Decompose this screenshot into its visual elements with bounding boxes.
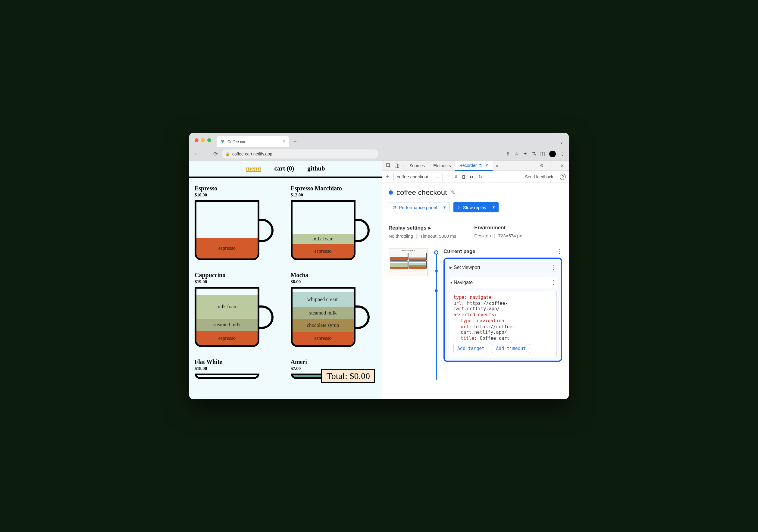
lock-icon: 🔒 — [225, 152, 230, 156]
more-tabs-icon[interactable]: » — [493, 161, 501, 170]
browser-tab[interactable]: Coffee cart × — [217, 136, 289, 147]
recorder-toolbar: ＋ coffee checkout ⌄ ⇧ ⇩ 🗑 ⏭ ↻ Send feedb… — [382, 171, 569, 183]
browser-window: Coffee cart × + ⌄ ← → ⟳ 🔒 coffee-cart.ne… — [189, 133, 569, 399]
labs-icon[interactable]: ⚗ — [532, 150, 536, 157]
product-price: $19.00 — [195, 279, 281, 284]
step-card-active: ▶ Set viewport ⋮ ▼ Navigate ⋮ — [443, 257, 562, 362]
layer-espresso: espresso — [293, 244, 354, 258]
send-feedback-link[interactable]: Send feedback — [525, 175, 553, 179]
layer-espresso: espresso — [196, 331, 258, 345]
export-icon[interactable]: ⇧ — [446, 174, 450, 180]
layer-espresso: espresso — [293, 332, 354, 345]
product-price: $18.00 — [195, 366, 281, 371]
layer-steamed-milk: steamed milk — [196, 319, 258, 331]
close-icon[interactable]: ✕ — [558, 161, 567, 170]
product-price: $8.00 — [291, 279, 377, 284]
new-tab-button[interactable]: + — [291, 138, 299, 146]
chevron-right-icon: ▶ — [450, 265, 454, 270]
reload-button[interactable]: ⟳ — [212, 150, 219, 157]
step-details[interactable]: type: navigate url: https://coffee-cart.… — [449, 290, 557, 357]
recording-title-row: coffee checkout ✎ — [389, 188, 562, 197]
step-label: Current page — [443, 249, 475, 254]
steps-region: menu cart github — [389, 244, 562, 362]
add-target-button[interactable]: Add target — [453, 344, 488, 353]
cup-handle-icon — [355, 219, 370, 242]
chevron-down-icon[interactable]: ▾ — [490, 205, 495, 210]
profile-avatar-icon[interactable] — [549, 150, 556, 157]
env-viewport: 723×574 px — [498, 233, 522, 238]
tab-recorder[interactable]: Recorder ⚗ ✕ — [455, 161, 493, 171]
replay-settings[interactable]: Replay settings▸ No throttling | Timeout… — [389, 225, 456, 239]
timeline-node-icon — [435, 270, 438, 273]
product-card[interactable]: Cappuccino $19.00 espresso steamed milk … — [195, 272, 281, 350]
step-menu-icon[interactable]: ⋮ — [557, 248, 562, 255]
url-text: coffee-cart.netlify.app — [232, 151, 272, 156]
step-icon[interactable]: ⏭ — [470, 174, 475, 180]
chevron-down-icon[interactable]: ▾ — [441, 205, 446, 210]
tab-close-icon[interactable]: ✕ — [484, 163, 488, 168]
labs-icon: ⚗ — [478, 163, 482, 168]
recording-select[interactable]: coffee checkout ⌄ — [394, 173, 443, 181]
nav-link-cart[interactable]: cart (0) — [274, 165, 294, 172]
env-device: Desktop — [474, 233, 491, 238]
product-card[interactable]: Espresso Macchiato $12.00 espresso milk … — [291, 185, 377, 263]
cup-handle-icon — [258, 306, 274, 329]
perf-label: Performance panel — [399, 205, 437, 210]
close-window-icon[interactable] — [195, 138, 198, 142]
product-card[interactable]: Flat White $18.00 — [195, 358, 281, 379]
tabs-overflow-icon[interactable]: ⌄ — [560, 139, 563, 145]
new-recording-icon[interactable]: ＋ — [385, 174, 390, 180]
nav-link-github[interactable]: github — [307, 165, 325, 172]
recorder-body: coffee checkout ✎ ◔ Performance panel ▾ … — [382, 183, 569, 399]
gear-icon[interactable]: ⚙ — [537, 161, 546, 170]
content-split: menu cart (0) github Espresso $10.00 esp… — [189, 161, 569, 399]
step-thumbnail: menu cart github — [389, 249, 428, 362]
performance-panel-button[interactable]: ◔ Performance panel ▾ — [389, 202, 450, 213]
devtools-tab-bar: Sources Elements Recorder ⚗ ✕ » ⚙ ⋮ ✕ — [382, 161, 569, 171]
loop-icon[interactable]: ↻ — [478, 174, 482, 180]
tab-elements[interactable]: Elements — [429, 161, 455, 171]
import-icon[interactable]: ⇩ — [454, 174, 458, 180]
product-card[interactable]: Espresso $10.00 espresso — [195, 185, 281, 263]
gauge-icon: ◔ — [393, 205, 396, 210]
delete-icon[interactable]: 🗑 — [462, 174, 466, 180]
bookmark-icon[interactable]: ☆ — [514, 150, 519, 157]
timeline-node-icon — [434, 250, 438, 254]
inspect-icon[interactable] — [384, 161, 393, 170]
chevron-down-icon: ▼ — [450, 281, 454, 285]
cup-graphic: espresso steamed milk milk foam — [195, 287, 273, 350]
tab-sources[interactable]: Sources — [405, 161, 429, 171]
share-icon[interactable]: ⇪ — [506, 150, 510, 157]
replay-button[interactable]: ▷ Slow replay ▾ — [453, 202, 499, 213]
back-button[interactable]: ← — [193, 150, 199, 157]
cup-handle-icon — [355, 306, 370, 329]
step-navigate[interactable]: ▼ Navigate ⋮ — [449, 278, 557, 288]
extensions-icon[interactable]: ✦ — [523, 150, 527, 157]
timeout-value: Timeout: 5000 ms — [420, 233, 457, 239]
edit-title-icon[interactable]: ✎ — [451, 189, 455, 196]
maximize-window-icon[interactable] — [207, 138, 211, 142]
product-name: Espresso — [195, 185, 281, 192]
environment-label: Environment — [474, 225, 522, 231]
step-label: Set viewport — [454, 265, 480, 270]
recording-name: coffee checkout — [397, 174, 429, 179]
minimize-window-icon[interactable] — [201, 138, 205, 142]
omnibox[interactable]: 🔒 coffee-cart.netlify.app — [222, 150, 378, 158]
tab-close-icon[interactable]: × — [283, 139, 285, 144]
kebab-menu-icon[interactable]: ⋮ — [548, 161, 556, 170]
help-icon[interactable]: ? — [560, 174, 566, 180]
step-menu-icon[interactable]: ⋮ — [551, 279, 556, 286]
add-timeout-button[interactable]: Add timeout — [492, 344, 530, 353]
nav-link-menu[interactable]: menu — [246, 165, 261, 172]
cup-handle-icon — [258, 219, 274, 242]
kebab-menu-icon[interactable]: ⋮ — [560, 150, 565, 157]
step-menu-icon[interactable]: ⋮ — [551, 264, 556, 271]
step-set-viewport[interactable]: ▶ Set viewport ⋮ — [449, 262, 557, 273]
product-name: Flat White — [195, 358, 281, 365]
product-card[interactable]: Mocha $8.00 espresso chocolate syrup ste… — [291, 272, 377, 350]
recording-title: coffee checkout — [396, 188, 447, 197]
layer-whipped-cream: whipped cream — [293, 292, 354, 307]
total-badge[interactable]: Total: $0.00 — [321, 369, 375, 383]
sidepanel-icon[interactable]: ◫ — [540, 150, 545, 157]
device-toggle-icon[interactable] — [393, 161, 401, 170]
